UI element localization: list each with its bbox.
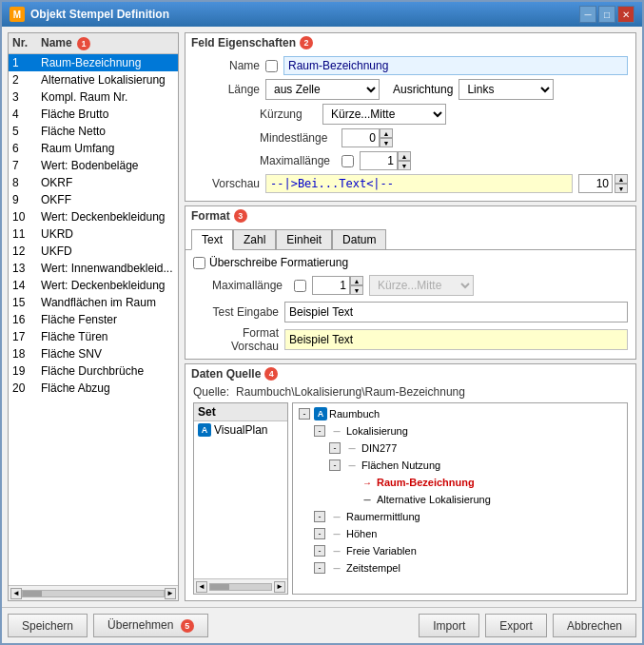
set-panel: Set AVisualPlan ◄ ► [193,402,288,595]
set-list: AVisualPlan [194,421,287,578]
format-check[interactable] [193,257,205,269]
vorschau-field[interactable] [265,174,573,193]
list-item[interactable]: 19Fläche Durchbrüche [9,362,178,380]
tab-text[interactable]: Text [191,229,233,250]
maximal-row: Maximallänge ▲ ▼ [193,151,628,170]
export-button[interactable]: Export [485,614,547,637]
list-item[interactable]: 6Raum Umfang [9,140,178,157]
format-badge: 3 [234,209,247,223]
vorschau-up[interactable]: ▲ [615,174,628,184]
set-scroll-left[interactable]: ◄ [196,581,207,593]
uebernehmen-button[interactable]: Übernehmen 5 [93,614,208,637]
list-item[interactable]: 18Fläche SNV [9,345,178,362]
list-item[interactable]: 10Wert: Deckenbekleidung [9,208,178,225]
list-item[interactable]: 14Wert: Deckenbekleidung [9,277,178,294]
vorschau2-row: Format Vorschau [193,326,628,353]
list-item[interactable]: 12UKFD [9,243,178,260]
speichern-button[interactable]: Speichern [8,614,88,637]
test-input[interactable] [284,302,628,322]
tree-item[interactable]: →Raum-Bezeichnung [295,474,625,491]
set-scroll-thumb [210,584,229,590]
list-item[interactable]: 16Fläche Fenster [9,311,178,328]
tree-item[interactable]: -─Lokalisierung [295,422,625,440]
tree-item[interactable]: -ARaumbuch [295,405,625,422]
set-item[interactable]: AVisualPlan [194,421,287,439]
vorschau-down[interactable]: ▼ [615,184,628,193]
tree-item[interactable]: ─Alternative Lokalisierung [295,491,625,508]
format-maxlen-label: Maximallänge [212,279,288,292]
tab-datum[interactable]: Datum [332,229,386,249]
list-item[interactable]: 5Fläche Netto [9,123,178,140]
tree-expand-btn[interactable]: - [297,406,312,421]
mindest-input[interactable] [342,128,380,147]
maximize-button[interactable]: □ [598,6,615,23]
test-label: Test Eingabe [203,305,279,319]
tree-item[interactable]: -─Flächen Nutzung [295,457,625,474]
scroll-track[interactable] [22,590,165,597]
tree-item[interactable]: -─Raumermittlung [295,508,625,525]
tree-item[interactable]: -─DIN277 [295,440,625,457]
tree-expand-btn[interactable]: - [312,526,327,541]
name-checkbox[interactable] [265,60,278,72]
vorschau-num-input[interactable] [578,174,613,193]
list-item[interactable]: 2Alternative Lokalisierung [9,71,178,88]
list-item[interactable]: 8OKRF [9,174,178,191]
minimize-button[interactable]: ─ [579,6,596,23]
tab-einheit[interactable]: Einheit [276,229,332,249]
format-maxlen-down[interactable]: ▼ [350,285,363,295]
format-maxlen-check[interactable] [294,280,306,292]
format-maxlen-input[interactable] [312,276,350,295]
tree-expand-btn[interactable]: - [312,423,327,439]
list-item[interactable]: 20Fläche Abzug [9,380,178,397]
daten-quelle-title: Daten Quelle 4 [185,364,635,383]
tree-expand-btn[interactable]: - [312,543,327,558]
list-item[interactable]: 4Fläche Brutto [9,106,178,123]
list-item[interactable]: 17Fläche Türen [9,328,178,345]
import-button[interactable]: Import [419,614,479,637]
list-item[interactable]: 1Raum-Bezeichnung [9,54,178,71]
tree-item[interactable]: -─Freie Variablen [295,542,625,559]
maximal-checkbox[interactable] [342,155,354,167]
list-item[interactable]: 11UKRD [9,225,178,243]
format-maxlen-up[interactable]: ▲ [350,276,363,285]
list-item[interactable]: 13Wert: Innenwandbekleid... [9,260,178,277]
list-scrollbar[interactable]: ◄ ► [9,585,178,600]
vorschau2-field[interactable] [284,329,628,350]
tree-item[interactable]: -─Höhen [295,525,625,542]
format-maxlen-select[interactable]: Kürze...Mitte [369,275,474,296]
right-panel: Feld Eigenschaften 2 Name Länge aus Zell… [185,32,636,601]
abbrechen-button[interactable]: Abbrechen [553,614,636,637]
mindest-up[interactable]: ▲ [380,128,393,138]
mindest-down[interactable]: ▼ [380,138,393,147]
list-item[interactable]: 3Kompl. Raum Nr. [9,88,178,106]
footer-spacer [214,614,413,637]
laenge-select[interactable]: aus Zelle [265,79,380,100]
vorschau-label: Vorschau [193,177,260,190]
vorschau-row: Vorschau ▲ ▼ [193,174,628,193]
set-scrollbar[interactable]: ◄ ► [194,578,287,594]
tree-item[interactable]: -─Zeitstempel [295,559,625,577]
kuerzung-select[interactable]: Kürze...Mitte Kürze...Links Kürze...Rech… [322,104,446,125]
maximal-down[interactable]: ▼ [398,161,411,170]
list-item[interactable]: 7Wert: Bodenbeläge [9,157,178,174]
kuerzung-label: Kürzung [260,108,317,121]
list-item[interactable]: 15Wandflächen im Raum [9,294,178,311]
set-scroll-track[interactable] [209,583,272,591]
tree-expand-btn[interactable]: - [312,560,327,576]
name-label: Name [193,59,260,72]
tree-expand-btn[interactable]: - [327,440,342,456]
daten-quelle-text: Quelle: Raumbuch\Lokalisierung\Raum-Beze… [185,383,635,402]
scroll-left-arrow[interactable]: ◄ [10,588,22,599]
scroll-right-arrow[interactable]: ► [165,588,176,599]
tree-expand-btn[interactable]: - [312,509,327,524]
list-item[interactable]: 9OKFF [9,191,178,208]
maximal-input[interactable] [360,151,398,170]
close-button[interactable]: ✕ [617,6,634,23]
tree-expand-btn[interactable]: - [327,458,342,473]
ausrichtung-select[interactable]: Links Mitte Rechts [459,79,554,100]
maximal-up[interactable]: ▲ [398,151,411,161]
format-check-label: Überschreibe Formatierung [209,256,348,269]
set-scroll-right[interactable]: ► [274,581,285,593]
name-input[interactable] [283,56,628,75]
tab-zahl[interactable]: Zahl [233,229,276,249]
